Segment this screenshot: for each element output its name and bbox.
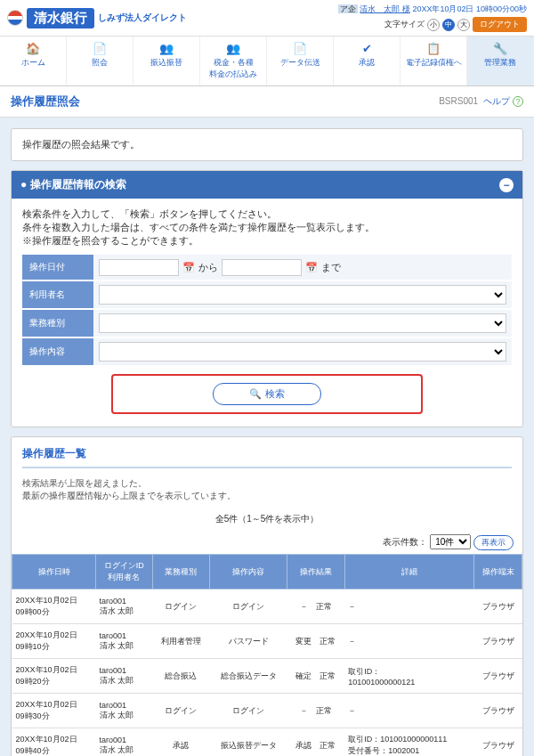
user-select[interactable] — [99, 285, 506, 305]
search-desc2: 条件を複数入力した場合は、すべての条件を満たす操作履歴を一覧表示します。 — [22, 221, 512, 234]
nav-0[interactable]: 🏠ホーム — [0, 37, 67, 85]
nav-6[interactable]: 📋電子記録債権へ — [400, 37, 467, 85]
timestamp: 20XX年10月02日 10時00分00秒 — [412, 4, 527, 13]
search-section-title: ● 操作履歴情報の検索 — [20, 177, 126, 192]
user-badge: ア企 — [338, 4, 358, 13]
table-row: 20XX年10月02日09時00分taro001清水 太郎ログインログイン－ 正… — [12, 589, 522, 624]
label-user: 利用者名 — [22, 281, 93, 308]
content-select[interactable] — [99, 342, 506, 362]
font-size-label: 文字サイズ — [384, 19, 425, 30]
font-medium[interactable]: 中 — [442, 19, 455, 31]
bank-name: 清水銀行 — [27, 8, 94, 28]
search-desc1: 検索条件を入力して、「検索」ボタンを押してください。 — [22, 207, 512, 221]
table-row: 20XX年10月02日09時20分taro001清水 太郎総合振込総合振込データ… — [12, 659, 522, 694]
search-button[interactable]: 🔍 検索 — [213, 383, 320, 405]
search-desc3: ※操作履歴を照会することができます。 — [22, 234, 512, 248]
date-from-input[interactable] — [99, 259, 179, 276]
nav-2[interactable]: 👥振込振替 — [134, 37, 200, 85]
nav-1[interactable]: 📄照会 — [67, 37, 134, 85]
reshow-button[interactable]: 再表示 — [473, 535, 514, 550]
type-select[interactable] — [99, 313, 506, 333]
label-content: 操作内容 — [22, 338, 93, 365]
list-title: 操作履歴一覧 — [22, 441, 512, 468]
collapse-icon[interactable]: − — [499, 178, 514, 192]
font-large[interactable]: 大 — [457, 19, 470, 31]
nav-3[interactable]: 👥税金・各種料金の払込み — [200, 37, 267, 85]
page-title: 操作履歴照会 — [11, 93, 80, 110]
table-row: 20XX年10月02日09時40分taro001清水 太郎承認振込振替データ承認… — [12, 728, 522, 757]
logout-button[interactable]: ログアウト — [473, 17, 527, 32]
calendar-icon[interactable]: 📅 — [182, 262, 195, 273]
help-link[interactable]: ヘルプ ? — [483, 96, 523, 106]
count-text: 全5件（1～5件を表示中） — [12, 508, 522, 531]
list-warn1: 検索結果が上限を超えました。 — [22, 477, 512, 490]
nav-7[interactable]: 🔧管理業務 — [467, 37, 534, 85]
per-page-select[interactable]: 10件 — [430, 534, 471, 549]
font-small[interactable]: 小 — [427, 19, 440, 31]
user-name-link[interactable]: 清水 太郎 様 — [360, 4, 410, 13]
calendar-icon[interactable]: 📅 — [305, 262, 318, 273]
label-type: 業務種別 — [22, 310, 93, 337]
nav-5[interactable]: ✔承認 — [334, 37, 400, 85]
tagline: しみず法人ダイレクト — [98, 12, 187, 24]
bank-logo — [7, 10, 23, 26]
intro-text: 操作履歴の照会結果です。 — [12, 129, 522, 160]
page-code: BSRS001 — [439, 96, 478, 106]
table-row: 20XX年10月02日09時30分taro001清水 太郎ログインログイン－ 正… — [12, 694, 522, 728]
date-to-input[interactable] — [222, 259, 302, 276]
nav-4[interactable]: 📄データ伝送 — [267, 37, 334, 85]
list-warn2: 最新の操作履歴情報から上限までを表示しています。 — [22, 490, 512, 502]
label-date: 操作日付 — [22, 255, 93, 280]
table-row: 20XX年10月02日09時10分taro001清水 太郎利用者管理パスワード変… — [12, 624, 522, 659]
